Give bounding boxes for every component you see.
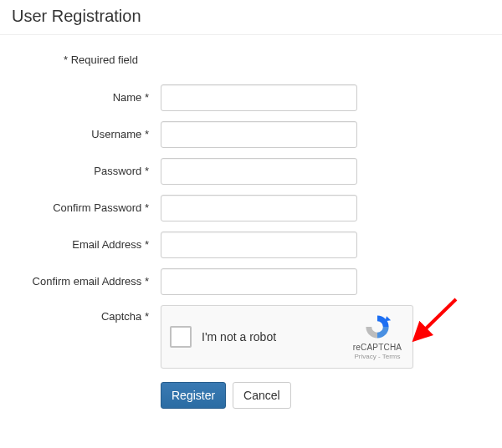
recaptcha-widget: I'm not a robot reCAPTCHA Privacy - Term… [161, 305, 413, 369]
label-confirm-email: Confirm email Address * [12, 275, 161, 289]
row-confirm-password: Confirm Password * [12, 195, 490, 221]
required-field-note: * Required field [64, 53, 490, 66]
label-captcha: Captcha * [12, 305, 161, 324]
recaptcha-privacy-link[interactable]: Privacy [355, 353, 376, 360]
confirm-password-field[interactable] [161, 195, 357, 221]
row-username: Username * [12, 121, 490, 148]
register-button[interactable]: Register [161, 382, 226, 409]
label-username: Username * [12, 128, 161, 142]
row-password: Password * [12, 158, 490, 185]
label-email: Email Address * [12, 238, 161, 252]
recaptcha-checkbox-label: I'm not a robot [202, 330, 276, 344]
label-password: Password * [12, 165, 161, 179]
recaptcha-terms-link[interactable]: Terms [382, 353, 401, 360]
confirm-email-field[interactable] [161, 268, 357, 295]
registration-form: * Required field Name * Username * Passw… [0, 35, 502, 409]
recaptcha-checkbox[interactable] [170, 326, 192, 348]
row-name: Name * [12, 84, 490, 111]
recaptcha-links: Privacy - Terms [351, 353, 404, 360]
row-confirm-email: Confirm email Address * [12, 268, 490, 295]
name-field[interactable] [161, 84, 357, 111]
recaptcha-logo-icon [363, 313, 392, 341]
recaptcha-brand-text: reCAPTCHA [351, 343, 404, 352]
recaptcha-link-sep: - [376, 353, 382, 360]
row-email: Email Address * [12, 232, 490, 258]
label-confirm-password: Confirm Password * [12, 201, 161, 216]
row-captcha: Captcha * I'm not a robot reCAPTCHA [12, 305, 490, 369]
button-row: Register Cancel [161, 382, 490, 409]
cancel-button[interactable]: Cancel [233, 382, 291, 409]
page-title: User Registration [0, 0, 502, 35]
password-field[interactable] [161, 158, 357, 185]
recaptcha-branding: reCAPTCHA Privacy - Terms [351, 313, 404, 360]
svg-marker-0 [385, 316, 391, 321]
label-name: Name * [12, 91, 161, 105]
email-field[interactable] [161, 232, 357, 258]
username-field[interactable] [161, 121, 357, 148]
